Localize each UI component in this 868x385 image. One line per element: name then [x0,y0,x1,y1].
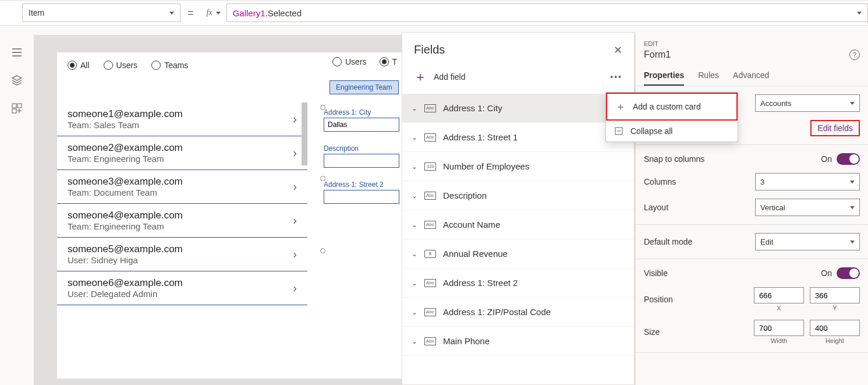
pos-y-input[interactable] [810,287,860,303]
help-icon[interactable]: ? [849,50,860,60]
menu-add-custom-card[interactable]: ＋ Add a custom card [606,93,738,121]
city-input[interactable] [324,118,399,132]
equals-sign: = [187,7,194,19]
text-type-icon: Abc [424,192,436,200]
left-rail [0,26,34,385]
chevron-down-icon [216,12,221,15]
chevron-down-icon: ⌄ [412,279,417,287]
chevron-down-icon: ⌄ [412,104,417,112]
svg-rect-2 [12,109,16,113]
chevron-right-icon: › [293,281,297,295]
position-label: Position [644,295,673,304]
field-row[interactable]: ⌄AbcAccount Name [402,210,634,239]
tab-rules[interactable]: Rules [698,66,719,86]
chevron-down-icon: ⌄ [412,192,417,200]
menu-collapse-all[interactable]: Collapse all [606,121,738,142]
street2-input[interactable] [324,190,399,204]
resize-handle[interactable] [320,248,325,253]
formula-bar: Item = fx Gallery1.Selected [0,0,868,26]
list-item[interactable]: someone3@example.comTeam: Document Team› [57,170,307,204]
text-type-icon: Abc [424,104,436,112]
tab-advanced[interactable]: Advanced [733,66,769,86]
field-row[interactable]: ⌄AbcAddress 1: Street 1 [402,123,634,152]
add-field-button[interactable]: ＋ Add field [414,68,465,86]
snap-toggle[interactable]: On [821,153,860,165]
chevron-down-icon [850,241,855,243]
resize-handle[interactable] [320,105,325,110]
radio-teams-2[interactable]: T [380,57,398,66]
plus-icon: ＋ [615,100,626,114]
description-input[interactable] [324,154,399,168]
collapse-icon [614,126,623,136]
field-row[interactable]: ⌄$Annual Revenue [402,239,634,269]
chevron-down-icon [857,12,862,15]
text-type-icon: Abc [424,133,436,142]
layout-label: Layout [644,203,668,212]
layers-icon[interactable] [11,75,23,86]
fields-panel-title: Fields [414,43,445,56]
close-icon[interactable]: ✕ [614,44,622,56]
formula-input[interactable]: Gallery1.Selected [226,3,868,22]
tab-properties[interactable]: Properties [644,66,684,86]
resize-handle[interactable] [320,176,325,181]
property-dropdown[interactable]: Item [22,3,180,22]
plus-icon: ＋ [414,68,427,86]
fields-panel: Fields ✕ ＋ Add field ••• ⌄AbcAddress 1: … [402,32,635,385]
chevron-down-icon: ⌄ [412,308,417,316]
data-source-dropdown[interactable]: Accounts [755,94,860,112]
size-label: Size [644,327,660,337]
height-input[interactable] [810,320,860,336]
fx-button[interactable]: fx [201,3,226,22]
chevron-down-icon [850,102,855,105]
control-name: Form1 [644,50,671,60]
scrollbar-thumb[interactable] [302,103,307,165]
filter-radio-group: All Users Teams [68,61,188,70]
snap-label: Snap to columns [644,154,704,164]
pos-x-input[interactable] [754,287,804,303]
chevron-down-icon: ⌄ [412,163,417,171]
chevron-down-icon: ⌄ [412,337,417,345]
field-row[interactable]: ⌄AbcAddress 1: Street 2 [402,269,634,298]
chevron-down-icon [850,181,855,183]
radio-users-2[interactable]: Users [332,57,367,66]
radio-teams[interactable]: Teams [151,61,188,70]
radio-all[interactable]: All [68,61,90,70]
hamburger-icon[interactable] [11,47,23,58]
field-row[interactable]: ⌄AbcAddress 1: ZIP/Postal Code [402,298,634,327]
visible-label: Visible [644,269,668,278]
list-item[interactable]: someone5@example.comUser: Sidney Higa› [57,238,307,271]
default-mode-label: Default mode [644,237,692,246]
list-item[interactable]: someone4@example.comTeam: Engineering Te… [57,204,307,238]
layout-dropdown[interactable]: Vertical [755,199,860,216]
field-list: ⌄AbcAddress 1: City ⌄AbcAddress 1: Stree… [402,94,634,356]
visible-toggle[interactable]: On [821,267,860,279]
gallery-list[interactable]: someone1@example.comTeam: Sales Team› so… [57,103,307,305]
columns-dropdown[interactable]: 3 [755,173,860,190]
insert-icon[interactable] [11,103,23,114]
default-mode-dropdown[interactable]: Edit [755,233,860,250]
chevron-right-icon: › [293,146,297,160]
fx-icon: fx [207,8,212,17]
width-input[interactable] [754,320,804,336]
columns-label: Columns [644,177,676,186]
chevron-down-icon: ⌄ [412,133,417,142]
currency-type-icon: $ [424,250,436,258]
chevron-down-icon: ⌄ [412,250,417,258]
chevron-down-icon [850,206,855,209]
field-row[interactable]: ⌄AbcAddress 1: City [402,94,634,123]
list-item[interactable]: someone6@example.comUser: Delegated Admi… [57,271,307,305]
chevron-right-icon: › [293,248,297,261]
text-type-icon: Abc [424,221,436,229]
chevron-right-icon: › [293,112,297,126]
list-item[interactable]: someone2@example.comTeam: Engineering Te… [57,136,307,170]
edit-fields-link[interactable]: Edit fields [810,120,860,136]
selected-team-badge: Engineering Team [330,80,399,94]
number-type-icon: 123 [424,163,436,171]
field-row[interactable]: ⌄AbcDescription [402,181,634,210]
list-item[interactable]: someone1@example.comTeam: Sales Team› [57,103,307,136]
field-row[interactable]: ⌄AbcMain Phone [402,327,634,356]
field-row[interactable]: ⌄123Number of Employees [402,152,634,181]
radio-users[interactable]: Users [104,61,138,70]
more-icon[interactable]: ••• [610,72,622,82]
chevron-down-icon: ⌄ [412,221,417,229]
